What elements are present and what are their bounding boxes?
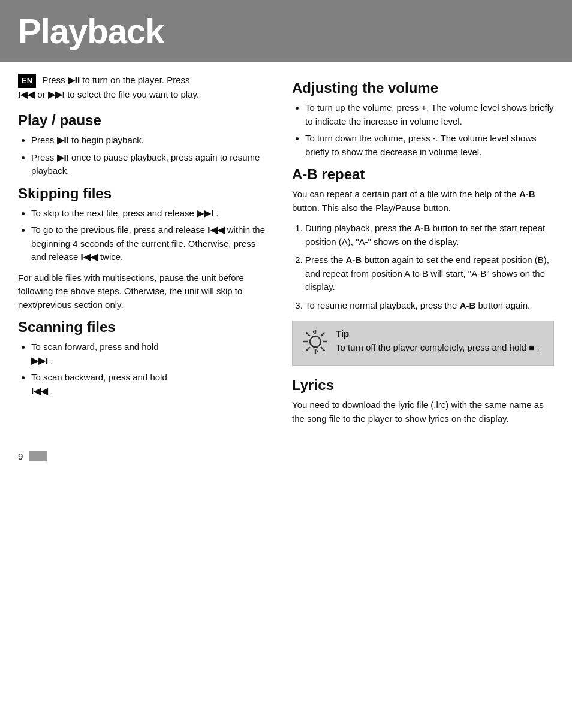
pp-bullet2-text: Press bbox=[31, 152, 57, 162]
section-scanning: Scanning files To scan forward, press an… bbox=[18, 319, 272, 398]
list-item: Press ▶II to begin playback. bbox=[31, 134, 272, 147]
list-item: To turn down the volume, press -. The vo… bbox=[305, 132, 554, 159]
skip-b2-text: To go to the previous file, press and re… bbox=[31, 225, 207, 235]
section-title-ab: A-B repeat bbox=[292, 166, 554, 183]
pp-bullet2-sym: ▶II bbox=[57, 152, 69, 162]
scan-b1-text: To scan forward, press and hold bbox=[31, 342, 159, 352]
section-play-pause: Play / pause Press ▶II to begin playback… bbox=[18, 112, 272, 178]
ab-intro: You can repeat a certain part of a file … bbox=[292, 188, 554, 215]
list-item: To scan forward, press and hold ▶▶I . bbox=[31, 340, 272, 367]
ab-s1-text: During playback, press the bbox=[305, 223, 414, 233]
svg-line-9 bbox=[313, 331, 314, 334]
ab-s3-bold: A-B bbox=[460, 300, 476, 310]
ab-s2-bold: A-B bbox=[346, 255, 362, 265]
page-number: 9 bbox=[18, 451, 23, 461]
list-item: Press the A-B button again to set the en… bbox=[305, 253, 554, 294]
scan-b2-text: To scan backward, press and hold bbox=[31, 372, 167, 382]
section-lyrics: Lyrics You need to download the lyric fi… bbox=[292, 377, 554, 425]
svg-line-7 bbox=[321, 333, 324, 336]
skip-b2-sym2: I◀◀ bbox=[81, 252, 98, 262]
tip-icon bbox=[301, 327, 330, 360]
skip-b2-rest2: twice. bbox=[100, 252, 123, 262]
intro-text3: or bbox=[37, 89, 45, 99]
page-title-bar: Playback bbox=[0, 0, 572, 62]
ab-s2-text: Press the bbox=[305, 255, 346, 265]
scan-b2-rest: . bbox=[50, 386, 53, 396]
pp-bullet1-sym: ▶II bbox=[57, 135, 69, 145]
intro-paragraph: EN Press ▶II to turn on the player. Pres… bbox=[18, 74, 272, 101]
page-title: Playback bbox=[18, 11, 164, 50]
list-item: Press ▶II once to pause playback, press … bbox=[31, 151, 272, 178]
intro-text2: to turn on the player. Press bbox=[82, 75, 189, 85]
ab-s3-rest: button again. bbox=[478, 300, 530, 310]
skip-b1-sym: ▶▶I bbox=[197, 208, 213, 218]
tip-content: Tip To turn off the player completely, p… bbox=[336, 327, 540, 354]
svg-line-6 bbox=[321, 347, 324, 351]
section-volume: Adjusting the volume To turn up the volu… bbox=[292, 80, 554, 159]
section-skipping: Skipping files To skip to the next file,… bbox=[18, 185, 272, 312]
ab-s1-bold: A-B bbox=[414, 223, 430, 233]
volume-list: To turn up the volume, press +. The volu… bbox=[305, 101, 554, 159]
section-ab-repeat: A-B repeat You can repeat a certain part… bbox=[292, 166, 554, 312]
skip-b2-sym: I◀◀ bbox=[207, 225, 224, 235]
svg-line-5 bbox=[306, 333, 310, 336]
list-item: To resume normal playback, press the A-B… bbox=[305, 299, 554, 313]
en-badge: EN bbox=[18, 74, 36, 88]
section-title-skipping: Skipping files bbox=[18, 185, 272, 202]
svg-line-10 bbox=[317, 349, 318, 352]
vol-b1: To turn up the volume, press +. The volu… bbox=[305, 102, 554, 126]
page-num-box bbox=[29, 451, 47, 461]
section-title-play-pause: Play / pause bbox=[18, 112, 272, 129]
scan-b2-sym: I◀◀ bbox=[31, 386, 48, 396]
skip-b1-rest: . bbox=[216, 208, 218, 218]
svg-line-8 bbox=[306, 347, 310, 351]
intro-sym1: ▶II bbox=[68, 75, 80, 85]
list-item: To skip to the next file, press and rele… bbox=[31, 207, 272, 220]
left-column: EN Press ▶II to turn on the player. Pres… bbox=[18, 74, 286, 433]
list-item: During playback, press the A-B button to… bbox=[305, 222, 554, 249]
intro-text1: Press bbox=[42, 75, 65, 85]
list-item: To go to the previous file, press and re… bbox=[31, 223, 272, 264]
skip-b1-text: To skip to the next file, press and rele… bbox=[31, 208, 197, 218]
right-column: Adjusting the volume To turn up the volu… bbox=[286, 74, 554, 433]
skipping-list: To skip to the next file, press and rele… bbox=[31, 207, 272, 264]
tip-box: Tip To turn off the player completely, p… bbox=[292, 321, 554, 366]
intro-sym2: I◀◀ bbox=[18, 89, 35, 99]
intro-sym3: ▶▶I bbox=[48, 89, 65, 99]
tip-text: To turn off the player completely, press… bbox=[336, 342, 526, 352]
pp-bullet1-text: Press bbox=[31, 135, 57, 145]
lyrics-text: You need to download the lyric file (.lr… bbox=[292, 398, 554, 425]
section-title-lyrics: Lyrics bbox=[292, 377, 554, 394]
section-title-scanning: Scanning files bbox=[18, 319, 272, 336]
content-area: EN Press ▶II to turn on the player. Pres… bbox=[0, 62, 572, 445]
intro-text4: to select the file you want to play. bbox=[67, 89, 199, 99]
ab-intro-text2: button. This also the Play/Pause button. bbox=[292, 203, 451, 213]
list-item: To turn up the volume, press +. The volu… bbox=[305, 101, 554, 128]
play-pause-list: Press ▶II to begin playback. Press ▶II o… bbox=[31, 134, 272, 178]
scan-b1-rest: . bbox=[50, 355, 53, 365]
vol-b2: To turn down the volume, press -. The vo… bbox=[305, 133, 537, 157]
page-number-area: 9 bbox=[0, 445, 572, 473]
scan-b1-sym: ▶▶I bbox=[31, 355, 48, 365]
ab-steps-list: During playback, press the A-B button to… bbox=[305, 222, 554, 312]
svg-point-0 bbox=[310, 336, 321, 347]
pp-bullet1-rest: to begin playback. bbox=[71, 135, 144, 145]
scanning-list: To scan forward, press and hold ▶▶I . To… bbox=[31, 340, 272, 398]
ab-intro-bold: A-B bbox=[519, 189, 535, 199]
tip-sym: ■ bbox=[529, 342, 534, 352]
skipping-note: For audible files with multisections, pa… bbox=[18, 271, 272, 312]
sun-icon bbox=[301, 327, 330, 356]
ab-s3-text: To resume normal playback, press the bbox=[305, 300, 460, 310]
ab-intro-text1: You can repeat a certain part of a file … bbox=[292, 189, 517, 199]
section-title-volume: Adjusting the volume bbox=[292, 80, 554, 96]
tip-rest: . bbox=[537, 342, 539, 352]
list-item: To scan backward, press and hold I◀◀ . bbox=[31, 371, 272, 398]
tip-label: Tip bbox=[336, 328, 349, 339]
